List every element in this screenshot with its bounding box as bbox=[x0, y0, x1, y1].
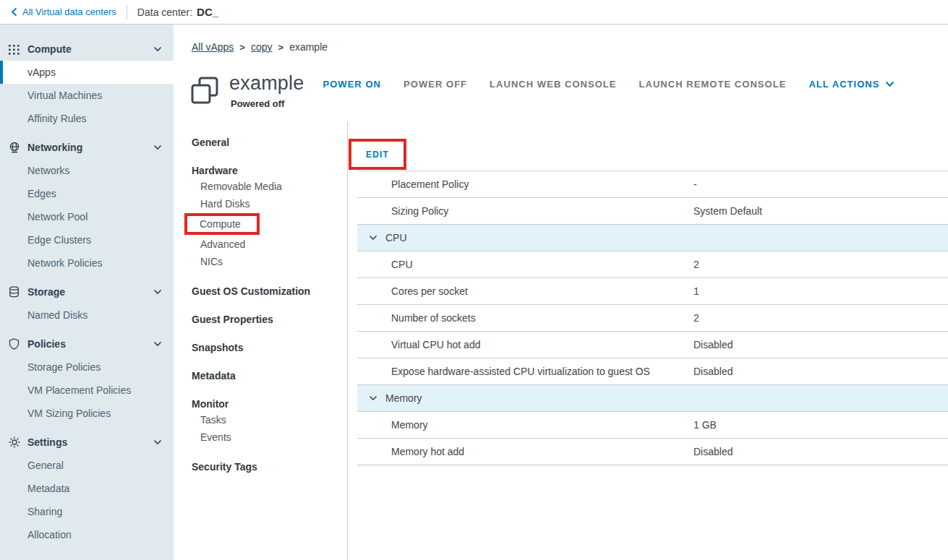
sidebar-section-networking[interactable]: Networking bbox=[0, 136, 174, 159]
detail-nav-snapshots[interactable]: Snapshots bbox=[192, 340, 347, 355]
sidebar-item-allocation[interactable]: Allocation bbox=[0, 523, 174, 546]
detail-nav-hard-disks[interactable]: Hard Disks bbox=[192, 195, 347, 212]
table-row: Memory 1 GB bbox=[357, 412, 948, 439]
annotation-box-edit: EDIT bbox=[349, 139, 406, 170]
table-row: CPU 2 bbox=[357, 251, 948, 278]
row-label: Memory hot add bbox=[391, 446, 464, 457]
action-bar: POWER ON POWER OFF LAUNCH WEB CONSOLE LA… bbox=[323, 79, 894, 90]
sidebar-section-label: Storage bbox=[27, 286, 65, 298]
table-row: Virtual CPU hot add Disabled bbox=[357, 332, 948, 358]
sidebar-item-affinity-rules[interactable]: Affinity Rules bbox=[0, 107, 174, 130]
chevron-down-icon bbox=[153, 46, 162, 52]
sidebar-section-label: Settings bbox=[27, 436, 67, 448]
sidebar-item-vm-placement-policies[interactable]: VM Placement Policies bbox=[0, 379, 174, 402]
sidebar-section-label: Networking bbox=[27, 142, 82, 153]
section-label: Memory bbox=[385, 392, 422, 404]
row-value: 2 bbox=[693, 312, 699, 324]
row-value: - bbox=[693, 178, 697, 190]
row-label: Number of sockets bbox=[391, 312, 476, 324]
all-actions-label: ALL ACTIONS bbox=[808, 79, 879, 90]
back-link-label: All Virtual data centers bbox=[22, 7, 116, 17]
row-value: System Default bbox=[693, 205, 762, 217]
main-area: All vApps > copy > example example Power… bbox=[174, 25, 948, 560]
datacenter-name: DC_ bbox=[197, 6, 218, 18]
table-row: Expose hardware-assisted CPU virtualizat… bbox=[357, 358, 948, 385]
sidebar-item-virtual-machines[interactable]: Virtual Machines bbox=[0, 84, 174, 107]
row-value: Disabled bbox=[693, 446, 733, 457]
sidebar-section-compute[interactable]: Compute bbox=[0, 38, 174, 61]
row-value: Disabled bbox=[693, 339, 733, 350]
chevron-down-icon bbox=[369, 395, 377, 401]
sidebar-item-metadata[interactable]: Metadata bbox=[0, 477, 174, 500]
detail-nav-advanced[interactable]: Advanced bbox=[192, 236, 347, 253]
row-label: Expose hardware-assisted CPU virtualizat… bbox=[391, 366, 650, 377]
row-label: Virtual CPU hot add bbox=[391, 339, 480, 350]
detail-nav-hardware[interactable]: Hardware bbox=[192, 163, 347, 178]
chevron-down-icon bbox=[153, 289, 162, 295]
breadcrumb-vapp-copy[interactable]: copy bbox=[251, 41, 273, 53]
sidebar-section-storage[interactable]: Storage bbox=[0, 280, 174, 303]
sidebar-item-named-disks[interactable]: Named Disks bbox=[0, 303, 174, 327]
chevron-down-icon bbox=[153, 439, 162, 445]
detail-nav-monitor[interactable]: Monitor bbox=[192, 397, 347, 411]
sidebar-item-network-policies[interactable]: Network Policies bbox=[0, 251, 174, 275]
detail-nav-compute[interactable]: Compute bbox=[184, 213, 260, 235]
chevron-right-icon: > bbox=[278, 42, 284, 53]
chevron-down-icon bbox=[153, 341, 162, 347]
sidebar-item-vapps[interactable]: vApps bbox=[0, 61, 174, 84]
status-badge: Powered off bbox=[231, 98, 304, 109]
detail-nav-removable-media[interactable]: Removable Media bbox=[192, 178, 347, 195]
breadcrumb: All vApps > copy > example bbox=[192, 41, 948, 53]
back-to-vdc-link[interactable]: All Virtual data centers bbox=[11, 7, 116, 17]
detail-nav: General Hardware Removable Media Hard Di… bbox=[174, 122, 347, 560]
sidebar: Compute vApps Virtual Machines Affinity … bbox=[0, 25, 174, 560]
section-row-memory[interactable]: Memory bbox=[357, 385, 948, 412]
edit-button[interactable]: EDIT bbox=[366, 150, 389, 160]
page-header: example Powered off POWER ON POWER OFF L… bbox=[189, 72, 948, 113]
sidebar-item-general[interactable]: General bbox=[0, 454, 174, 477]
row-label: Cores per socket bbox=[391, 285, 468, 297]
sidebar-item-networks[interactable]: Networks bbox=[0, 159, 174, 182]
chevron-down-icon bbox=[153, 145, 162, 150]
table-row: Memory hot add Disabled bbox=[357, 439, 948, 465]
chevron-right-icon: > bbox=[239, 42, 245, 53]
row-value: 1 bbox=[693, 285, 699, 297]
sidebar-item-edge-clusters[interactable]: Edge Clusters bbox=[0, 228, 174, 251]
table-row: Placement Policy - bbox=[357, 171, 948, 198]
row-value: 2 bbox=[693, 259, 699, 270]
sidebar-item-network-pool[interactable]: Network Pool bbox=[0, 205, 174, 228]
chevron-left-icon bbox=[11, 7, 17, 17]
breadcrumb-all-vapps[interactable]: All vApps bbox=[192, 41, 234, 53]
sidebar-item-edges[interactable]: Edges bbox=[0, 182, 174, 205]
launch-web-console-button[interactable]: LAUNCH WEB CONSOLE bbox=[490, 79, 616, 90]
all-actions-button[interactable]: ALL ACTIONS bbox=[808, 79, 894, 90]
compute-panel: EDIT Placement Policy - Sizing Policy Sy… bbox=[347, 122, 948, 560]
sidebar-item-storage-policies[interactable]: Storage Policies bbox=[0, 356, 174, 379]
section-label: CPU bbox=[385, 232, 407, 244]
detail-nav-events[interactable]: Events bbox=[192, 428, 347, 446]
launch-remote-console-button[interactable]: LAUNCH REMOTE CONSOLE bbox=[639, 79, 787, 90]
detail-nav-security-tags[interactable]: Security Tags bbox=[192, 460, 347, 474]
shield-icon bbox=[9, 338, 21, 350]
sidebar-item-vm-sizing-policies[interactable]: VM Sizing Policies bbox=[0, 402, 174, 425]
detail-nav-tasks[interactable]: Tasks bbox=[192, 411, 347, 428]
globe-icon bbox=[9, 142, 21, 153]
row-value: 1 GB bbox=[693, 419, 717, 431]
sidebar-section-settings[interactable]: Settings bbox=[0, 431, 174, 454]
database-icon bbox=[9, 286, 21, 298]
row-label: Memory bbox=[391, 419, 428, 431]
power-on-button[interactable]: POWER ON bbox=[323, 79, 381, 90]
power-off-button[interactable]: POWER OFF bbox=[403, 79, 467, 90]
detail-nav-nics[interactable]: NICs bbox=[192, 253, 347, 270]
sidebar-section-label: Compute bbox=[27, 43, 72, 55]
detail-nav-metadata[interactable]: Metadata bbox=[192, 369, 347, 383]
detail-nav-guest-os-customization[interactable]: Guest OS Customization bbox=[192, 284, 347, 298]
sidebar-item-sharing[interactable]: Sharing bbox=[0, 500, 174, 523]
detail-nav-general[interactable]: General bbox=[192, 135, 347, 150]
gear-icon bbox=[9, 436, 21, 448]
section-row-cpu[interactable]: CPU bbox=[357, 225, 948, 251]
sidebar-section-policies[interactable]: Policies bbox=[0, 332, 174, 356]
row-label: Sizing Policy bbox=[391, 205, 448, 217]
breadcrumb-current: example bbox=[289, 41, 328, 53]
detail-nav-guest-properties[interactable]: Guest Properties bbox=[192, 312, 347, 327]
